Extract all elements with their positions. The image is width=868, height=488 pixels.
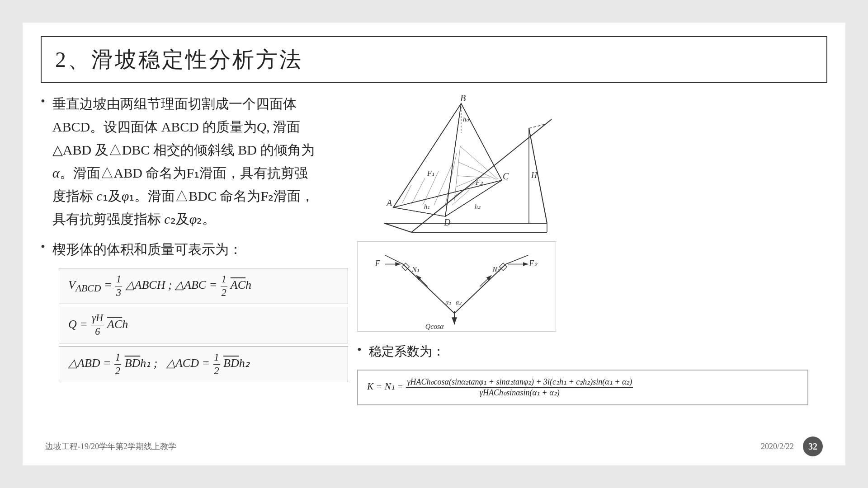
- formula-1-box: VABCD = 1 3 △ABCH ; △ABC = 1 2 ACh: [59, 268, 348, 304]
- formula-3-text: △ABD = 1 2 BDh₁ ; △ACD = 1 2 BDh₂: [68, 357, 250, 370]
- diagram-3d: A B C D H h₀ F₁ F₂ h₁: [357, 92, 556, 237]
- diagram-area: A B C D H h₀ F₁ F₂ h₁: [357, 92, 556, 332]
- stability-label: 稳定系数为：: [369, 341, 445, 362]
- stability-bullet: • 稳定系数为：: [357, 341, 827, 362]
- svg-rect-36: [358, 242, 555, 331]
- footer-course: 边坡工程-19/20学年第2学期线上教学: [45, 441, 176, 452]
- svg-text:F₂: F₂: [475, 178, 483, 186]
- bullet-dot-1: •: [41, 94, 45, 108]
- svg-text:H: H: [531, 171, 538, 180]
- formula-2-box: Q = γH 6 ACh: [59, 307, 348, 343]
- svg-text:h₁: h₁: [424, 203, 430, 210]
- stability-section: • 稳定系数为： K = N₁ = γHACh₀cosα(sinα₂tanφ₁ …: [357, 336, 827, 408]
- page-number: 32: [803, 436, 823, 456]
- content-area: • 垂直边坡由两组节理面切割成一个四面体 ABCD。设四面体 ABCD 的质量为…: [23, 83, 845, 408]
- bullet-2-label: 楔形体的体积和质量可表示为：: [52, 238, 242, 261]
- svg-text:h₀: h₀: [463, 116, 469, 123]
- formula-1-text: VABCD = 1 3 △ABCH ; △ABC = 1 2 ACh: [68, 278, 251, 291]
- svg-rect-0: [357, 92, 556, 237]
- svg-text:B: B: [460, 93, 466, 103]
- svg-text:F₂: F₂: [528, 259, 538, 268]
- svg-text:N₂: N₂: [492, 266, 500, 273]
- svg-text:F: F: [375, 259, 381, 268]
- svg-text:F₁: F₁: [427, 169, 434, 177]
- formula-3-box: △ABD = 1 2 BDh₁ ; △ACD = 1 2 BDh₂: [59, 346, 348, 382]
- big-formula-text: K = N₁ = γHACh₀cosα(sinα₂tanφ₁ + sinα₁ta…: [367, 381, 633, 392]
- svg-text:α₁: α₁: [445, 299, 451, 306]
- svg-text:C: C: [503, 171, 509, 181]
- formula-2-text: Q = γH 6 ACh: [68, 318, 128, 331]
- title-bar: 2、滑坡稳定性分析方法: [41, 36, 827, 83]
- bullet-1: • 垂直边坡由两组节理面切割成一个四面体 ABCD。设四面体 ABCD 的质量为…: [41, 92, 348, 230]
- bullet-1-text: 垂直边坡由两组节理面切割成一个四面体 ABCD。设四面体 ABCD 的质量为Q,…: [52, 92, 315, 230]
- left-panel: • 垂直边坡由两组节理面切割成一个四面体 ABCD。设四面体 ABCD 的质量为…: [41, 92, 348, 408]
- diagram-force: N₁ N₂ α₁ α₂ F F₂ Qcosα: [357, 241, 556, 332]
- frac-1-2-a: 1 2: [221, 273, 227, 299]
- footer: 边坡工程-19/20学年第2学期线上教学 2020/2/22 32: [23, 436, 845, 456]
- svg-text:D: D: [443, 217, 451, 227]
- slide-title: 2、滑坡稳定性分析方法: [55, 47, 303, 71]
- footer-date: 2020/2/22: [761, 442, 794, 451]
- stability-bullet-dot: •: [357, 343, 362, 357]
- frac-1-2-b: 1 2: [114, 351, 121, 377]
- slide: 2、滑坡稳定性分析方法 • 垂直边坡由两组节理面切割成一个四面体 ABCD。设四…: [23, 23, 845, 465]
- right-panel: A B C D H h₀ F₁ F₂ h₁: [357, 92, 827, 408]
- frac-gammaH-6: γH 6: [91, 312, 104, 338]
- frac-1-2-c: 1 2: [213, 351, 220, 377]
- bullet-dot-2: •: [41, 239, 45, 254]
- svg-text:N₁: N₁: [411, 266, 420, 273]
- footer-right: 2020/2/22 32: [761, 436, 823, 456]
- svg-text:α₂: α₂: [456, 299, 462, 306]
- svg-text:h₂: h₂: [475, 203, 481, 210]
- frac-1-3: 1 3: [115, 273, 122, 299]
- bullet-2: • 楔形体的体积和质量可表示为：: [41, 238, 348, 261]
- big-formula-box: K = N₁ = γHACh₀cosα(sinα₂tanφ₁ + sinα₁ta…: [357, 370, 808, 406]
- big-frac: γHACh₀cosα(sinα₂tanφ₁ + sinα₁tanφ₂) + 3l…: [406, 377, 633, 399]
- svg-text:Qcosα: Qcosα: [425, 323, 444, 330]
- svg-text:A: A: [386, 198, 392, 208]
